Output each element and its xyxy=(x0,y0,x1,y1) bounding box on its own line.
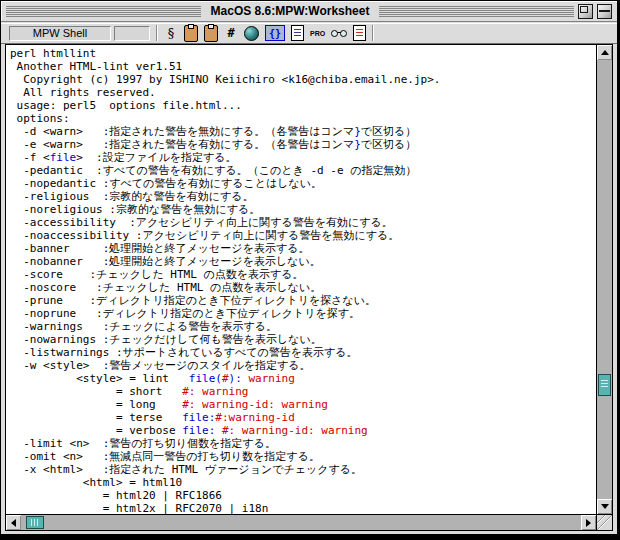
output-line: Another HTML-lint ver1.51 xyxy=(10,60,596,73)
scroll-down-arrow[interactable] xyxy=(597,499,612,514)
output-line: Copyright (c) 1997 by ISHINO Keiichiro <… xyxy=(10,73,596,86)
output-line: -listwarnings :サポートされているすべての警告を表示する。 xyxy=(10,346,596,359)
output-text[interactable]: perl htmllint Another HTML-lint ver1.51 … xyxy=(6,45,596,514)
braces-icon[interactable]: {} xyxy=(265,25,285,41)
output-line: -religious :宗教的な警告を有効にする。 xyxy=(10,190,596,203)
document-icon[interactable] xyxy=(291,25,304,41)
output-line: usage: perl5 options file.html... xyxy=(10,99,596,112)
toolbar-divider xyxy=(156,25,158,41)
output-line: -w <style> :警告メッセージのスタイルを指定する。 xyxy=(10,359,596,372)
output-line: = terse file:#:warning-id xyxy=(10,411,596,424)
titlebar-stripes-left xyxy=(6,6,201,17)
target-label: MPW Shell xyxy=(33,27,87,39)
output-line: -noaccessibility :アクセシビリティ向上に関する警告を無効にする… xyxy=(10,229,596,242)
output-line: = html2x | RFC2070 | i18n xyxy=(10,502,596,514)
paste-icon[interactable] xyxy=(204,25,218,42)
window-title: MacOS 8.6:MPW:Worksheet xyxy=(205,4,376,18)
horizontal-scrollbar[interactable] xyxy=(6,514,596,530)
output-line: -e <warn> :指定された警告を有効にする。（各警告はコンマ}で区切る） xyxy=(10,138,596,151)
output-line: perl htmllint xyxy=(10,47,596,60)
output-line: = long #: warning-id: warning xyxy=(10,398,596,411)
horizontal-scroll-thumb[interactable] xyxy=(26,516,44,529)
hash-icon[interactable]: # xyxy=(224,25,238,41)
toolbar-divider xyxy=(372,25,374,41)
scroll-up-arrow[interactable] xyxy=(597,45,612,60)
target-selector[interactable]: MPW Shell xyxy=(9,26,111,41)
output-line: -limit <n> :警告の打ち切り個数を指定する。 xyxy=(10,437,596,450)
output-line: <html> = html10 xyxy=(10,476,596,489)
toolbar-icons: §#{}PRO xyxy=(164,25,366,42)
scroll-left-arrow[interactable] xyxy=(6,515,21,530)
output-line: -score :チェックした HTML の点数を表示する。 xyxy=(10,268,596,281)
right-arrow-icon xyxy=(586,519,591,527)
output-line: -warnings :チェックによる警告を表示する。 xyxy=(10,320,596,333)
zoom-box-button[interactable] xyxy=(578,4,593,19)
worksheet-frame: perl htmllint Another HTML-lint ver1.51 … xyxy=(5,44,613,531)
glasses-icon[interactable] xyxy=(331,29,347,37)
mpw-worksheet-window: MacOS 8.6:MPW:Worksheet MPW Shell §#{}PR… xyxy=(0,0,620,540)
scroll-right-arrow[interactable] xyxy=(581,515,596,530)
output-line: -d <warn> :指定された警告を無効にする。（各警告はコンマ}で区切る） xyxy=(10,125,596,138)
output-line: = html20 | RFC1866 xyxy=(10,489,596,502)
output-line: -nowarnings :チェックだけして何も警告を表示しない。 xyxy=(10,333,596,346)
globe-icon[interactable] xyxy=(244,26,259,41)
output-line: -nopedantic :すべての警告を有効にすることはしない。 xyxy=(10,177,596,190)
output-line: -accessibility :アクセシビリティ向上に関する警告を有効にする。 xyxy=(10,216,596,229)
output-line: -pedantic :すべての警告を有効にする。（このとき -d -e の指定無… xyxy=(10,164,596,177)
vertical-scroll-thumb[interactable] xyxy=(598,374,611,396)
vertical-scrollbar[interactable] xyxy=(596,45,612,514)
output-line: -omit <n> :無減点同一警告の打ち切り数を指定する。 xyxy=(10,450,596,463)
output-line: -noreligious :宗教的な警告を無効にする。 xyxy=(10,203,596,216)
output-line: -nobanner :処理開始と終了メッセージを表示しない。 xyxy=(10,255,596,268)
left-arrow-icon xyxy=(11,519,16,527)
titlebar-stripes-right xyxy=(379,6,574,17)
title-bar[interactable]: MacOS 8.6:MPW:Worksheet xyxy=(1,1,617,22)
collapse-box-button[interactable] xyxy=(597,4,612,19)
marked-document-icon[interactable] xyxy=(353,25,366,41)
down-arrow-icon xyxy=(601,504,609,509)
output-line: All rights reserved. xyxy=(10,86,596,99)
toolbar-secondary-box[interactable] xyxy=(114,26,150,41)
toolbar: MPW Shell §#{}PRO xyxy=(1,23,617,44)
up-arrow-icon xyxy=(601,50,609,55)
output-line: -noprune :ディレクトリ指定のとき下位ディレクトリを探す。 xyxy=(10,307,596,320)
output-line: = short #: warning xyxy=(10,385,596,398)
resize-grip[interactable] xyxy=(596,514,612,530)
output-line: = verbose file: #: warning-id: warning xyxy=(10,424,596,437)
output-line: -x <html> :指定された HTML ヴァージョンでチェックする。 xyxy=(10,463,596,476)
section-icon[interactable]: § xyxy=(164,25,178,41)
pro-icon[interactable]: PRO xyxy=(310,25,325,41)
output-line: -noscore :チェックした HTML の点数を表示しない。 xyxy=(10,281,596,294)
copy-icon[interactable] xyxy=(184,25,198,42)
output-line: <style> = lint file(#): warning xyxy=(10,372,596,385)
output-line: -prune :ディレクトリ指定のとき下位ディレクトリを探さない。 xyxy=(10,294,596,307)
output-line: -banner :処理開始と終了メッセージを表示する。 xyxy=(10,242,596,255)
output-line: options: xyxy=(10,112,596,125)
output-line: -f <file> :設定ファイルを指定する。 xyxy=(10,151,596,164)
